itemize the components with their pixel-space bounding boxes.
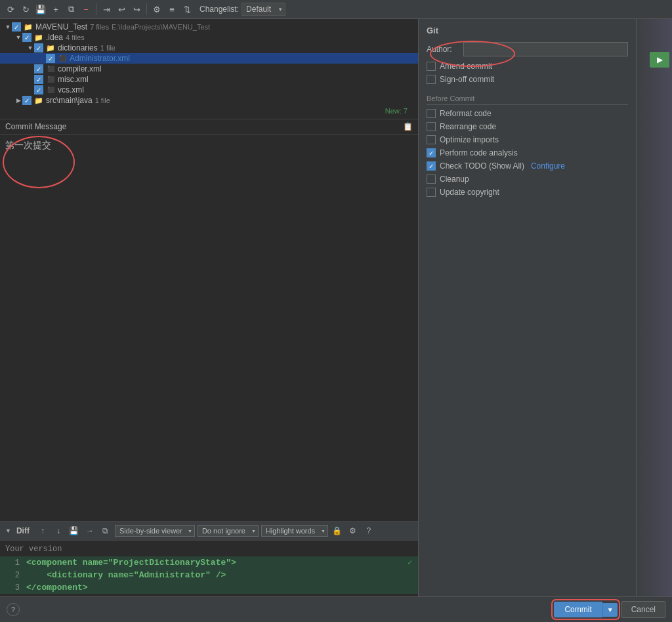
commit-msg-header: Commit Message 📋 — [0, 119, 418, 135]
cancel-button[interactable]: Cancel — [621, 601, 665, 618]
sign-off-checkbox[interactable] — [427, 75, 436, 84]
diff-your-version-label: Your version — [0, 543, 418, 556]
idea-expand-icon[interactable]: ▼ — [14, 34, 22, 41]
update-copyright-checkbox[interactable] — [427, 188, 436, 197]
refresh-icon[interactable]: ⟳ — [4, 3, 17, 16]
misc-xml-name: misc.xml — [58, 75, 89, 84]
viewer-dropdown-wrap[interactable]: Side-by-side viewer — [115, 525, 195, 537]
root-checkbox[interactable]: ✓ — [12, 22, 21, 31]
perform-row: ✓ Perform code analysis — [427, 148, 628, 157]
rearrange-checkbox[interactable] — [427, 122, 436, 131]
compiler-checkbox[interactable]: ✓ — [34, 64, 43, 73]
diff-copy-icon[interactable]: ⧉ — [99, 524, 112, 537]
vcs-xml-icon: ⬛ — [45, 85, 56, 94]
update-copyright-label: Update copyright — [440, 188, 499, 197]
diff-line-content-1: <component name="ProjectDictionaryState"… — [26, 558, 236, 568]
src-folder-icon: 📁 — [33, 96, 44, 105]
misc-checkbox[interactable]: ✓ — [34, 75, 43, 84]
idea-checkbox[interactable]: ✓ — [22, 33, 32, 42]
vcs-update-icon[interactable]: ↻ — [19, 3, 32, 16]
new-icon[interactable]: + — [49, 3, 62, 16]
highlight-dropdown-wrap[interactable]: Highlight words — [261, 525, 328, 537]
author-field: Author: — [427, 42, 628, 56]
changelist-select[interactable]: Default — [242, 3, 285, 16]
compare-icon[interactable]: ⧉ — [64, 3, 77, 16]
ignore-select[interactable]: Do not ignore — [198, 525, 259, 537]
dict-folder-icon: 📁 — [45, 43, 56, 52]
configure-link[interactable]: Configure — [531, 161, 565, 171]
amend-commit-checkbox[interactable] — [427, 62, 436, 71]
move-icon[interactable]: ⇥ — [100, 3, 113, 16]
cleanup-row: Cleanup — [427, 175, 628, 184]
tree-compiler-xml[interactable]: ✓ ⬛ compiler.xml — [0, 64, 418, 74]
update-copyright-row: Update copyright — [427, 188, 628, 197]
src-checkbox[interactable]: ✓ — [22, 96, 32, 105]
cleanup-checkbox[interactable] — [427, 175, 436, 184]
remove-icon[interactable]: − — [79, 3, 93, 16]
idea-name: .idea — [46, 33, 63, 42]
play-button[interactable]: ▶ — [650, 52, 669, 68]
idea-count: 4 files — [66, 33, 85, 41]
highlight-select[interactable]: Highlight words — [261, 525, 328, 537]
reformat-label: Reformat code — [440, 109, 492, 118]
git-panel-title: Git — [427, 26, 628, 35]
sort-icon[interactable]: ⇅ — [180, 3, 194, 16]
diff-help-icon[interactable]: ? — [362, 524, 375, 537]
tree-root[interactable]: ▼ ✓ 📁 MAVENU_Test 7 files E:\IdeaProject… — [0, 22, 418, 32]
perform-checkbox[interactable]: ✓ — [427, 148, 436, 157]
dict-checkbox[interactable]: ✓ — [34, 43, 43, 52]
sign-off-label: Sign-off commit — [440, 75, 494, 84]
diff-nav-icon[interactable]: → — [83, 524, 96, 537]
src-expand-icon[interactable]: ▶ — [14, 97, 22, 104]
vcs-checkbox[interactable]: ✓ — [34, 85, 43, 94]
perform-label: Perform code analysis — [440, 148, 518, 157]
reformat-checkbox[interactable] — [427, 109, 436, 118]
dict-expand-icon[interactable]: ▼ — [26, 45, 34, 51]
help-icon[interactable]: ? — [7, 603, 20, 616]
commit-message-input[interactable] — [0, 135, 418, 521]
group-icon[interactable]: ≡ — [165, 3, 178, 16]
tree-misc-xml[interactable]: ✓ ⬛ misc.xml — [0, 74, 418, 85]
optimize-checkbox[interactable] — [427, 135, 436, 144]
new-badge: New: 7 — [385, 107, 413, 115]
save-icon[interactable]: 💾 — [34, 3, 47, 16]
tree-vcs-xml[interactable]: ✓ ⬛ vcs.xml — [0, 85, 418, 95]
author-input[interactable] — [463, 42, 628, 56]
check-todo-row: ✓ Check TODO (Show All) Configure — [427, 161, 628, 171]
changelist-dropdown-wrap[interactable]: Default — [242, 3, 285, 16]
changelist-label: Changelist: — [200, 5, 239, 14]
diff-lock-icon[interactable]: 🔒 — [331, 524, 344, 537]
diff-checkmark-1: ✓ — [408, 558, 418, 568]
check-todo-checkbox[interactable]: ✓ — [427, 161, 436, 171]
admin-checkbox[interactable]: ✓ — [46, 54, 55, 63]
settings-icon[interactable]: ⚙ — [150, 3, 163, 16]
check-todo-label: Check TODO (Show All) — [440, 161, 524, 171]
main-toolbar: ⟳ ↻ 💾 + ⧉ − ⇥ ↩ ↪ ⚙ ≡ ⇅ Changelist: Defa… — [0, 0, 672, 19]
optimize-row: Optimize imports — [427, 135, 628, 144]
commit-button[interactable]: Commit — [554, 602, 602, 617]
author-label: Author: — [427, 45, 459, 54]
ignore-dropdown-wrap[interactable]: Do not ignore — [198, 525, 259, 537]
commit-dropdown-button[interactable]: ▼ — [602, 603, 618, 617]
diff-expand-icon[interactable]: ▼ — [5, 528, 11, 534]
tree-src[interactable]: ▶ ✓ 📁 src\main\java 1 file — [0, 95, 418, 106]
undo-icon[interactable]: ↩ — [115, 3, 128, 16]
compiler-xml-icon: ⬛ — [45, 64, 56, 73]
viewer-select[interactable]: Side-by-side viewer — [115, 525, 195, 537]
src-name: src\main\java — [46, 96, 93, 105]
diff-line-num-2: 2 — [0, 571, 26, 580]
diff-down-icon[interactable]: ↓ — [52, 524, 65, 537]
redo-icon[interactable]: ↪ — [130, 3, 143, 16]
root-expand-icon[interactable]: ▼ — [4, 24, 12, 30]
tree-administrator-xml[interactable]: ✓ ⬛ Administrator.xml — [0, 53, 418, 64]
diff-save-icon[interactable]: 💾 — [68, 524, 81, 537]
file-tree: ▼ ✓ 📁 MAVENU_Test 7 files E:\IdeaProject… — [0, 19, 418, 119]
diff-up-icon[interactable]: ↑ — [36, 524, 49, 537]
tree-dictionaries[interactable]: ▼ ✓ 📁 dictionaries 1 file — [0, 43, 418, 53]
diff-line-content-3: </component> — [26, 583, 88, 592]
rearrange-row: Rearrange code — [427, 122, 628, 131]
tree-idea[interactable]: ▼ ✓ 📁 .idea 4 files — [0, 32, 418, 43]
commit-msg-copy-icon[interactable]: 📋 — [403, 122, 413, 131]
diff-gear-icon[interactable]: ⚙ — [346, 524, 360, 537]
sep1 — [96, 3, 96, 15]
